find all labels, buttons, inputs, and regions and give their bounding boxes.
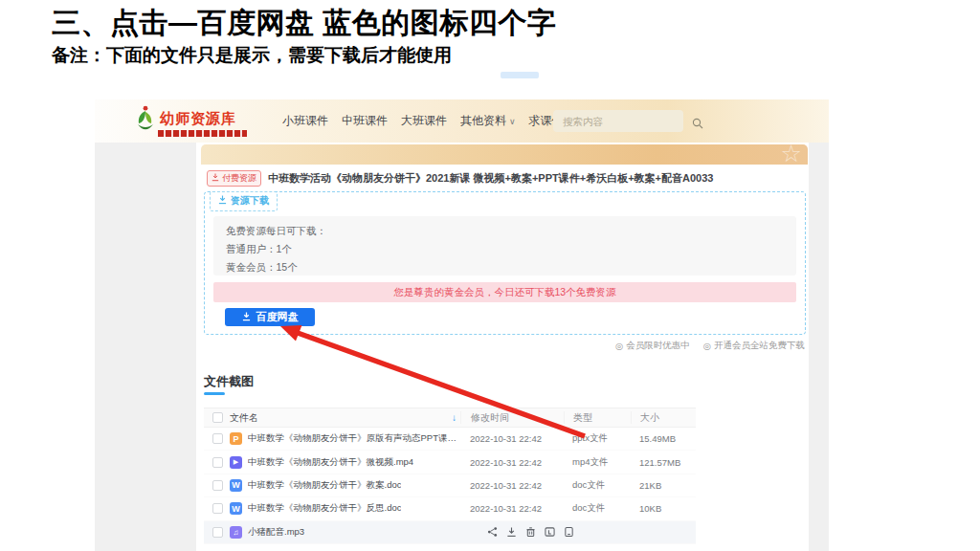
quota-line-normal-user: 普通用户：1个 bbox=[226, 240, 784, 258]
table-row[interactable]: P中班数学《动物朋友分饼干》原版有声动态PPT课件.pptx 2022-10-3… bbox=[204, 428, 696, 451]
badge-circle-icon: ◎ bbox=[703, 341, 711, 351]
file-table-header: 文件名 ↓ 修改时间 类型 大小 bbox=[204, 408, 696, 428]
file-type: doc文件 bbox=[564, 502, 631, 515]
table-row-hovered[interactable]: ♫小猪配音.mp3 bbox=[204, 521, 696, 544]
row-checkbox[interactable] bbox=[212, 527, 223, 538]
row-checkbox[interactable] bbox=[212, 480, 223, 491]
select-all-checkbox[interactable] bbox=[212, 412, 223, 423]
open-membership-link[interactable]: ◎ 开通会员全站免费下载 bbox=[703, 340, 805, 352]
doc-file-icon: W bbox=[230, 502, 242, 515]
resource-title-row: 付费资源 中班数学活动《动物朋友分饼干》2021新课 微视频+教案+PPT课件+… bbox=[207, 170, 800, 187]
table-row[interactable]: W中班数学《动物朋友分饼干》教案.doc 2022-10-31 22:42 do… bbox=[204, 474, 696, 497]
header-filename[interactable]: 文件名 ↓ bbox=[223, 411, 460, 425]
file-type: doc文件 bbox=[564, 479, 631, 492]
file-time: 2022-10-31 22:42 bbox=[460, 433, 564, 444]
rename-icon[interactable] bbox=[545, 526, 555, 538]
heading-underline bbox=[204, 392, 225, 395]
mp3-file-icon: ♫ bbox=[230, 526, 242, 539]
quota-title: 免费资源每日可下载： bbox=[226, 222, 784, 240]
paid-resource-badge: 付费资源 bbox=[207, 170, 261, 187]
search-input[interactable] bbox=[553, 116, 692, 127]
file-name[interactable]: 中班数学《动物朋友分饼干》反思.doc bbox=[248, 502, 401, 515]
quota-line-gold-member: 黄金会员：15个 bbox=[226, 258, 784, 276]
file-time: 2022-10-31 22:42 bbox=[460, 503, 564, 514]
file-type: mp4文件 bbox=[564, 456, 631, 469]
member-links: ◎ 会员限时优惠中 ◎ 开通会员全站免费下载 bbox=[615, 340, 805, 352]
page-background: ☆ 付费资源 中班数学活动《动物朋友分饼干》2021新课 微视频+教案+PPT课… bbox=[95, 143, 829, 551]
promo-banner: ☆ bbox=[201, 144, 808, 165]
download-icon bbox=[218, 195, 227, 207]
file-name[interactable]: 中班数学《动物朋友分饼干》原版有声动态PPT课件.pptx bbox=[248, 432, 460, 445]
search-icon[interactable] bbox=[692, 116, 703, 127]
file-type: pptx文件 bbox=[564, 432, 631, 445]
baidu-netdisk-button[interactable]: 百度网盘 bbox=[225, 308, 315, 326]
row-checkbox[interactable] bbox=[212, 457, 223, 468]
table-row[interactable]: W中班数学《动物朋友分饼干》反思.doc 2022-10-31 22:42 do… bbox=[204, 497, 696, 520]
send-to-device-icon[interactable] bbox=[564, 526, 574, 538]
download-quota-panel: 免费资源每日可下载： 普通用户：1个 黄金会员：15个 bbox=[213, 216, 796, 276]
search-box bbox=[553, 110, 683, 132]
content-card: ☆ 付费资源 中班数学活动《动物朋友分饼干》2021新课 微视频+教案+PPT课… bbox=[196, 143, 809, 551]
file-table: 文件名 ↓ 修改时间 类型 大小 P中班数学《动物朋友分饼干》原版有声动态PPT… bbox=[204, 408, 696, 544]
nav-item-big-class[interactable]: 大班课件 bbox=[401, 113, 447, 129]
download-icon bbox=[212, 173, 219, 184]
download-icon bbox=[242, 312, 251, 323]
logo-text: 幼师资源库 bbox=[160, 110, 236, 128]
file-name[interactable]: 中班数学《动物朋友分饼干》教案.doc bbox=[248, 479, 401, 492]
header-size: 大小 bbox=[631, 411, 696, 424]
doc-file-icon: W bbox=[230, 479, 242, 492]
download-icon[interactable] bbox=[506, 526, 517, 538]
row-checkbox[interactable] bbox=[212, 503, 223, 514]
resource-download-box: 资源下载 免费资源每日可下载： 普通用户：1个 黄金会员：15个 您是尊贵的黄金… bbox=[204, 191, 806, 335]
star-icon: ☆ bbox=[781, 144, 802, 165]
resource-title: 中班数学活动《动物朋友分饼干》2021新课 微视频+教案+PPT课件+希沃白板+… bbox=[268, 171, 713, 186]
resource-download-tag: 资源下载 bbox=[210, 191, 278, 211]
logo-leaf-icon bbox=[135, 105, 156, 135]
file-size: 10KB bbox=[631, 503, 696, 514]
file-size: 21KB bbox=[631, 480, 696, 491]
row-checkbox[interactable] bbox=[212, 433, 223, 444]
delete-icon[interactable] bbox=[525, 526, 536, 538]
file-name[interactable]: 小猪配音.mp3 bbox=[248, 526, 304, 539]
pptx-file-icon: P bbox=[230, 432, 242, 445]
badge-circle-icon: ◎ bbox=[615, 341, 623, 351]
site-header: 幼师资源库 小班课件 中班课件 大班课件 其他资料 ∨ 求课件 bbox=[95, 99, 829, 143]
file-name[interactable]: 中班数学《动物朋友分饼干》微视频.mp4 bbox=[248, 456, 413, 469]
row-actions bbox=[460, 526, 574, 538]
chevron-down-icon: ∨ bbox=[509, 117, 516, 126]
mp4-file-icon: ▶ bbox=[230, 456, 242, 469]
file-screenshot-heading: 文件截图 bbox=[204, 373, 254, 390]
file-time: 2022-10-31 22:42 bbox=[460, 457, 564, 468]
nav-item-small-class[interactable]: 小班课件 bbox=[282, 113, 328, 129]
annotation-note: 备注：下面的文件只是展示，需要下载后才能使用 bbox=[52, 43, 452, 68]
file-size: 121.57MB bbox=[631, 457, 696, 468]
file-time: 2022-10-31 22:42 bbox=[460, 480, 564, 491]
annotation-title: 三、点击—百度网盘 蓝色的图标四个字 bbox=[52, 4, 556, 43]
vip-notice-banner: 您是尊贵的黄金会员，今日还可下载13个免费资源 bbox=[213, 282, 796, 302]
nav-item-other-material[interactable]: 其他资料 ∨ bbox=[460, 113, 516, 129]
header-modified-time: 修改时间 bbox=[460, 411, 564, 424]
header-type: 类型 bbox=[564, 411, 631, 424]
share-icon[interactable] bbox=[487, 526, 498, 538]
member-promo-link[interactable]: ◎ 会员限时优惠中 bbox=[615, 340, 690, 352]
screenshot-canvas: 三、点击—百度网盘 蓝色的图标四个字 备注：下面的文件只是展示，需要下载后才能使… bbox=[0, 0, 980, 551]
website-screenshot: 幼师资源库 小班课件 中班课件 大班课件 其他资料 ∨ 求课件 bbox=[95, 80, 829, 551]
file-size: 15.49MB bbox=[631, 433, 696, 444]
main-nav: 小班课件 中班课件 大班课件 其他资料 ∨ 求课件 bbox=[282, 99, 564, 143]
table-row[interactable]: ▶中班数学《动物朋友分饼干》微视频.mp4 2022-10-31 22:42 m… bbox=[204, 451, 696, 474]
logo-tagline-strip bbox=[158, 130, 247, 137]
sort-descending-icon[interactable]: ↓ bbox=[452, 412, 460, 423]
nav-item-middle-class[interactable]: 中班课件 bbox=[342, 113, 388, 129]
selection-highlight bbox=[501, 72, 539, 78]
